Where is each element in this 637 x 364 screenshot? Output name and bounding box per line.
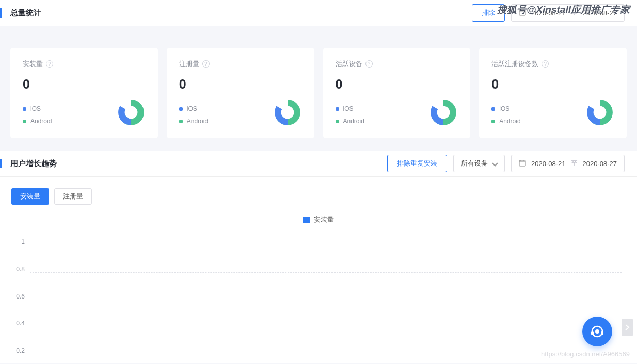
stat-card-active-register: 活跃注册设备数 ? 0 iOS Android: [479, 48, 627, 138]
legend-android: Android: [23, 118, 52, 125]
stat-card-active: 活跃设备 ? 0 iOS Android: [323, 48, 471, 138]
stat-legend: iOS Android: [336, 100, 364, 125]
legend-android-label: Android: [499, 118, 520, 125]
stat-title: 活跃注册设备数 ?: [491, 59, 614, 69]
donut-chart: [117, 98, 146, 127]
stat-legend: iOS Android: [179, 100, 208, 125]
growth-trend-header: 用户增长趋势 排除重复安装 所有设备 2020-08-21 至 2020-08-…: [0, 151, 637, 177]
help-icon[interactable]: ?: [365, 60, 373, 68]
legend-android-label: Android: [343, 118, 364, 125]
legend-dot-ios: [23, 107, 26, 111]
legend-dot-android: [23, 120, 26, 123]
legend-android: Android: [336, 118, 364, 125]
title-bar: [0, 159, 2, 168]
stat-card-register: 注册量 ? 0 iOS Android: [167, 48, 314, 138]
svg-rect-17: [591, 331, 594, 335]
growth-trend-section: 用户增长趋势 排除重复安装 所有设备 2020-08-21 至 2020-08-…: [0, 151, 637, 363]
y-tick: 0.6: [16, 293, 25, 300]
grid-line: [30, 332, 622, 332]
legend-dot-ios: [179, 107, 183, 111]
legend-square: [303, 217, 310, 223]
date-sep: 至: [571, 159, 578, 168]
stat-value: 0: [23, 77, 146, 92]
stat-card-install: 安装量 ? 0 iOS Android: [10, 48, 158, 138]
help-icon[interactable]: ?: [202, 60, 210, 68]
support-chat-button[interactable]: [582, 317, 612, 346]
device-select-label: 所有设备: [461, 159, 488, 168]
y-tick: 0.8: [16, 266, 25, 273]
stat-title: 安装量 ?: [23, 59, 146, 69]
stat-title-text: 安装量: [23, 59, 43, 69]
stat-title: 注册量 ?: [179, 59, 302, 69]
watermark-top: 搜狐号@Xinstall应用推广专家: [497, 3, 630, 16]
chevron-down-icon: [492, 160, 498, 166]
legend-ios-label: iOS: [343, 105, 354, 112]
headset-icon: [590, 324, 605, 339]
y-tick: 0.2: [16, 347, 25, 354]
chart-legend-label: 安装量: [314, 215, 334, 224]
date-range-picker[interactable]: 2020-08-21 至 2020-08-27: [511, 155, 625, 172]
legend-ios-label: iOS: [499, 105, 509, 112]
legend-dot-ios: [491, 107, 495, 111]
grid-line: [30, 361, 622, 361]
stat-title-text: 活跃注册设备数: [491, 59, 538, 69]
svg-point-19: [595, 329, 599, 334]
stat-title-text: 活跃设备: [336, 59, 362, 69]
svg-rect-12: [519, 160, 525, 166]
stat-title-text: 注册量: [179, 59, 199, 69]
legend-dot-android: [336, 120, 339, 123]
y-axis: 1 0.8 0.6 0.4 0.2: [0, 229, 28, 353]
title-bar: [0, 8, 2, 18]
legend-android-label: Android: [187, 118, 208, 125]
legend-dot-android: [491, 120, 495, 123]
donut-chart: [429, 98, 458, 127]
chart-body: 1 0.8 0.6 0.4 0.2: [0, 229, 637, 363]
y-tick: 0.4: [16, 320, 25, 327]
grid-line: [30, 302, 622, 302]
svg-rect-18: [601, 331, 603, 335]
stat-bottom: iOS Android: [179, 98, 302, 127]
legend-ios: iOS: [179, 105, 208, 112]
legend-dot-ios: [336, 107, 339, 111]
tab-register[interactable]: 注册量: [54, 188, 92, 205]
legend-ios-label: iOS: [187, 105, 197, 112]
help-icon[interactable]: ?: [542, 60, 549, 68]
legend-ios: iOS: [336, 105, 364, 112]
stat-legend: iOS Android: [23, 100, 52, 125]
date-start: 2020-08-21: [531, 160, 566, 168]
nav-arrow-right[interactable]: [622, 319, 633, 336]
stat-title: 活跃设备 ?: [336, 59, 458, 69]
grid-line: [30, 243, 622, 243]
stat-legend: iOS Android: [491, 100, 520, 125]
legend-ios: iOS: [23, 105, 52, 112]
section-title-wrap: 用户增长趋势: [0, 159, 57, 169]
legend-android-label: Android: [30, 118, 52, 125]
stat-bottom: iOS Android: [336, 98, 458, 127]
legend-ios: iOS: [491, 105, 520, 112]
grid-line: [30, 272, 622, 273]
exclude-duplicate-button[interactable]: 排除重复安装: [387, 155, 447, 172]
device-select[interactable]: 所有设备: [453, 155, 505, 172]
date-end: 2020-08-27: [583, 160, 617, 168]
stat-value: 0: [179, 77, 302, 92]
stat-value: 0: [491, 77, 614, 92]
chart-tabs: 安装量 注册量: [0, 177, 637, 210]
stat-value: 0: [336, 77, 458, 92]
legend-android: Android: [179, 118, 208, 125]
chevron-right-icon: [625, 324, 630, 331]
stat-bottom: iOS Android: [491, 98, 614, 127]
section-title-wrap: 总量统计: [0, 8, 41, 18]
y-tick: 1: [21, 238, 25, 245]
header-controls: 排除重复安装 所有设备 2020-08-21 至 2020-08-27: [387, 155, 625, 172]
watermark-bottom: https://blog.csdn.net/A966569: [541, 350, 630, 358]
growth-trend-title: 用户增长趋势: [10, 159, 57, 169]
donut-chart: [273, 98, 302, 127]
help-icon[interactable]: ?: [46, 60, 53, 68]
chart-legend: 安装量: [0, 210, 637, 229]
tab-install[interactable]: 安装量: [11, 188, 49, 205]
legend-dot-android: [179, 120, 183, 123]
stat-bottom: iOS Android: [23, 98, 146, 127]
stats-grid: 安装量 ? 0 iOS Android 注册量 ? 0 iOS Android: [0, 36, 637, 151]
total-stats-title: 总量统计: [10, 8, 41, 18]
legend-ios-label: iOS: [30, 105, 41, 112]
